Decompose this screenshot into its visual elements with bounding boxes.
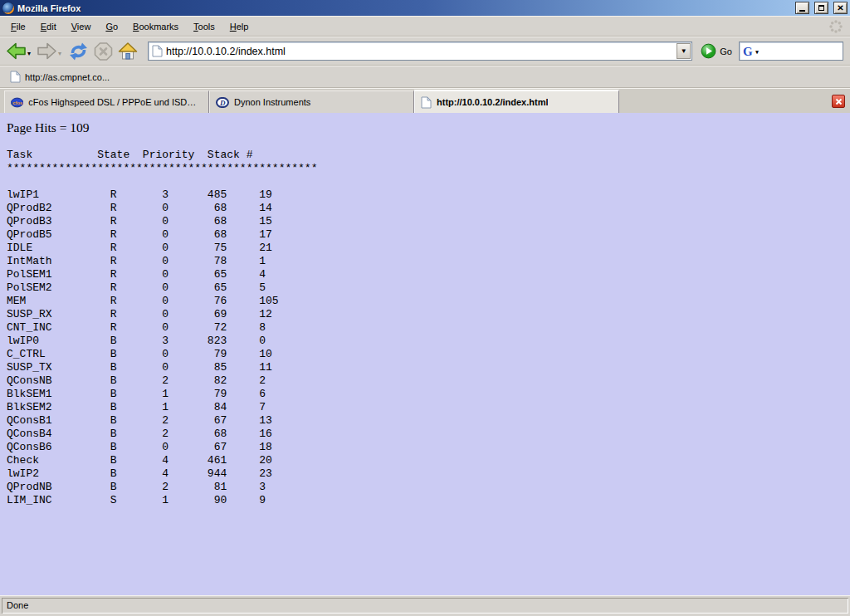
tab-label: cFos Highspeed DSL / PPPoE und ISDN CAP.… (28, 97, 203, 107)
bookmarks-toolbar: http://as.cmpnet.co... (0, 66, 850, 88)
go-icon (701, 43, 716, 59)
home-button[interactable] (116, 40, 139, 63)
tab-label: http://10.0.10.2/index.html (437, 97, 548, 107)
status-bar: Done (0, 595, 850, 616)
menu-edit[interactable]: Edit (33, 18, 64, 35)
reload-icon (67, 42, 90, 61)
url-dropdown-button[interactable]: ▼ (677, 43, 691, 59)
search-engine-dropdown-icon[interactable]: ▾ (755, 46, 759, 58)
svg-text:D: D (219, 98, 226, 106)
bookmark-label: http://as.cmpnet.co... (25, 72, 110, 82)
page-icon (421, 96, 432, 109)
go-label: Go (720, 46, 732, 56)
go-button[interactable]: Go (699, 43, 737, 59)
menu-tools[interactable]: Tools (186, 18, 222, 35)
tab-dynon[interactable]: D Dynon Instruments (209, 90, 414, 113)
svg-text:cfos: cfos (12, 100, 23, 105)
menu-bookmarks[interactable]: Bookmarks (125, 18, 186, 35)
home-icon (117, 42, 139, 61)
close-tab-button[interactable] (832, 95, 845, 108)
throbber-icon (828, 19, 843, 34)
back-dropdown-icon[interactable]: ▾ (27, 50, 31, 57)
google-icon: G▾ (743, 46, 753, 57)
cfos-icon: cfos (11, 97, 23, 108)
status-text: Done (2, 598, 848, 614)
window-title: Mozilla Firefox (17, 3, 790, 13)
dynon-icon: D (216, 97, 229, 108)
page-icon (152, 45, 163, 57)
url-input[interactable] (163, 46, 676, 57)
menu-help[interactable]: Help (222, 18, 256, 35)
stop-icon (93, 42, 114, 61)
menu-view[interactable]: View (64, 18, 99, 35)
minimize-button[interactable] (795, 2, 809, 14)
menu-file[interactable]: File (3, 18, 33, 35)
window-titlebar: Mozilla Firefox ✕ (0, 0, 850, 16)
page-hits-text: Page Hits = 109 (7, 120, 843, 135)
menu-bar: File Edit View Go Bookmarks Tools Help (0, 16, 850, 37)
tab-label: Dynon Instruments (234, 97, 310, 107)
minimize-icon (799, 10, 805, 12)
forward-dropdown-icon[interactable]: ▾ (58, 50, 61, 57)
search-input[interactable] (753, 46, 843, 57)
search-box[interactable]: G▾ (739, 42, 843, 61)
close-button[interactable]: ✕ (833, 2, 848, 14)
back-button[interactable]: ▾ (5, 40, 34, 62)
restore-icon (818, 5, 824, 11)
url-bar[interactable]: ▼ (148, 42, 692, 61)
browser-content: Page Hits = 109 Task State Priority Stac… (0, 113, 850, 595)
forward-button[interactable]: ▾ (36, 40, 65, 62)
reload-button[interactable] (66, 40, 90, 63)
navigation-toolbar: ▾ ▾ ▼ (0, 37, 850, 66)
page-icon (10, 71, 21, 83)
tab-index-html-active[interactable]: http://10.0.10.2/index.html (414, 90, 619, 113)
close-icon: ✕ (837, 4, 843, 12)
back-icon (6, 42, 27, 61)
close-tab-icon (835, 98, 843, 105)
restore-button[interactable] (814, 2, 828, 14)
tab-bar: cfos cFos Highspeed DSL / PPPoE und ISDN… (0, 88, 850, 113)
task-table: Task State Priority Stack # ************… (7, 149, 843, 507)
stop-button[interactable] (92, 40, 115, 63)
forward-icon (37, 42, 57, 61)
bookmark-item[interactable]: http://as.cmpnet.co... (7, 69, 113, 85)
menu-go[interactable]: Go (98, 18, 125, 35)
tab-cfos[interactable]: cfos cFos Highspeed DSL / PPPoE und ISDN… (4, 90, 209, 113)
firefox-app-icon (2, 2, 14, 14)
